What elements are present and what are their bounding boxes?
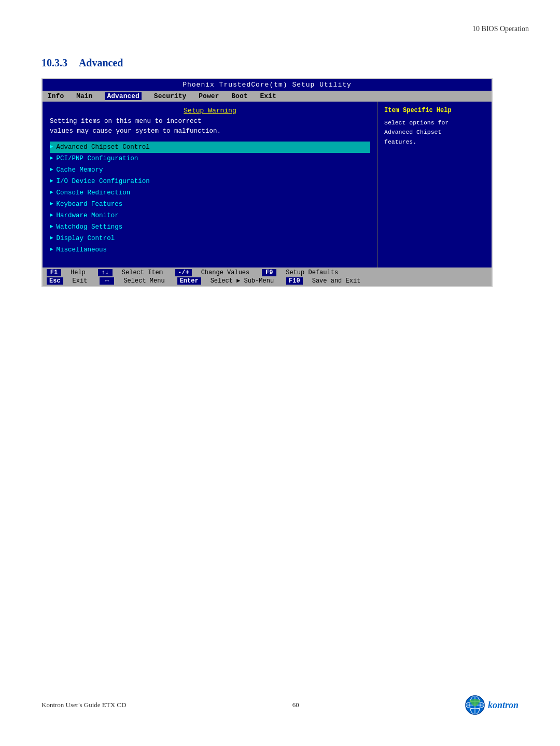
menu-option-console-redirect[interactable]: ► Console Redirection [50,187,370,199]
bios-warning-title: Setup Warning [50,107,370,115]
key-enter[interactable]: Enter [177,277,201,285]
menu-info[interactable]: Info [48,92,64,100]
bios-right-panel: Item Specific Help Select options forAdv… [377,102,492,268]
menu-option-pci-pnp[interactable]: ► PCI/PNP Configuration [50,153,370,164]
kontron-globe-icon [465,695,485,715]
bios-help-title: Item Specific Help [384,107,485,114]
menu-boot[interactable]: Boot [231,92,247,100]
menu-option-io-device[interactable]: ► I/O Device Configuration [50,176,370,187]
desc-help: Help [71,269,86,276]
menu-security[interactable]: Security [154,92,186,100]
key-leftright[interactable]: ↔ [100,277,114,285]
key-f9[interactable]: F9 [262,269,276,276]
bios-title: Phoenix TrustedCore(tm) Setup Utility [183,81,352,89]
menu-option-label: Console Redirection [57,188,131,198]
menu-option-label: Miscellaneous [57,245,107,255]
arrow-icon: ► [50,177,53,186]
bios-footer-row1: F1 Help ↑↓ Select Item -/+ Change Values… [47,269,487,277]
menu-exit[interactable]: Exit [260,92,276,100]
bios-warning-text: Setting items on this menu to incorrect … [50,117,370,136]
arrow-icon: ► [50,200,53,209]
arrow-icon: ► [50,143,53,152]
menu-option-miscellaneous[interactable]: ► Miscellaneous [50,244,370,256]
menu-option-label: Watchdog Settings [57,222,123,232]
bios-container: Phoenix TrustedCore(tm) Setup Utility In… [41,78,493,287]
section-title: 10.3.3 Advanced [41,57,123,69]
header-text: 10 BIOS Operation [472,25,529,33]
desc-setup-defaults: Setup Defaults [286,269,338,276]
menu-option-label: I/O Device Configuration [57,176,150,187]
menu-option-label: Cache Memory [57,165,103,175]
desc-select-menu: Select Menu [123,277,164,285]
bios-title-bar: Phoenix TrustedCore(tm) Setup Utility [43,79,492,91]
menu-option-label: Display Control [57,233,115,244]
menu-option-advanced-chipset[interactable]: ► Advanced Chipset Control [50,142,370,153]
desc-select-item: Select Item [122,269,163,276]
page-footer: Kontron User's Guide ETX CD 60 kontron [0,695,560,715]
menu-main[interactable]: Main [76,92,92,100]
menu-option-label: Advanced Chipset Control [57,142,150,152]
bios-menubar[interactable]: Info Main Advanced Security Power Boot E… [43,91,492,102]
bios-warning-line2: values may cause your system to malfunct… [50,128,221,135]
page-header: 10 BIOS Operation [472,25,529,33]
menu-option-label: Hardware Monitor [57,210,119,221]
arrow-icon: ► [50,234,53,243]
menu-option-keyboard[interactable]: ► Keyboard Features [50,199,370,210]
desc-select-submenu: Select ► Sub-Menu [211,277,274,285]
desc-save-exit: Save and Exit [312,277,361,285]
footer-center: 60 [292,701,299,709]
arrow-icon: ► [50,154,53,163]
menu-option-label: PCI/PNP Configuration [57,153,138,164]
key-plusminus[interactable]: -/+ [175,269,192,276]
bios-footer: F1 Help ↑↓ Select Item -/+ Change Values… [43,268,492,286]
bios-left-panel: Setup Warning Setting items on this menu… [43,102,377,268]
menu-option-display-control[interactable]: ► Display Control [50,233,370,244]
bios-help-text: Select options forAdvanced Chipsetfeatur… [384,118,485,147]
arrow-icon: ► [50,211,53,220]
bios-footer-row2: Esc Exit ↔ Select Menu Enter Select ► Su… [47,277,487,285]
footer-left: Kontron User's Guide ETX CD [41,701,126,709]
key-updown[interactable]: ↑↓ [98,269,113,276]
arrow-icon: ► [50,245,53,255]
key-esc[interactable]: Esc [47,277,63,285]
desc-exit: Exit [73,277,88,285]
arrow-icon: ► [50,188,53,198]
arrow-icon: ► [50,165,53,175]
bios-menu-items: ► Advanced Chipset Control ► PCI/PNP Con… [50,142,370,256]
menu-advanced[interactable]: Advanced [105,92,141,100]
bios-body: Setup Warning Setting items on this menu… [43,102,492,268]
section-number: 10.3.3 [41,57,67,68]
menu-option-hardware-monitor[interactable]: ► Hardware Monitor [50,210,370,221]
kontron-brand-text: kontron [488,700,519,711]
section-name: Advanced [79,57,123,68]
menu-option-watchdog[interactable]: ► Watchdog Settings [50,221,370,233]
key-f1[interactable]: F1 [47,269,61,276]
key-f10[interactable]: F10 [286,277,303,285]
menu-power[interactable]: Power [199,92,219,100]
kontron-logo: kontron [465,695,519,715]
menu-option-label: Keyboard Features [57,199,123,209]
bios-warning-line1: Setting items on this menu to incorrect [50,118,202,125]
menu-option-cache-memory[interactable]: ► Cache Memory [50,164,370,176]
arrow-icon: ► [50,222,53,232]
desc-change-values: Change Values [201,269,250,276]
